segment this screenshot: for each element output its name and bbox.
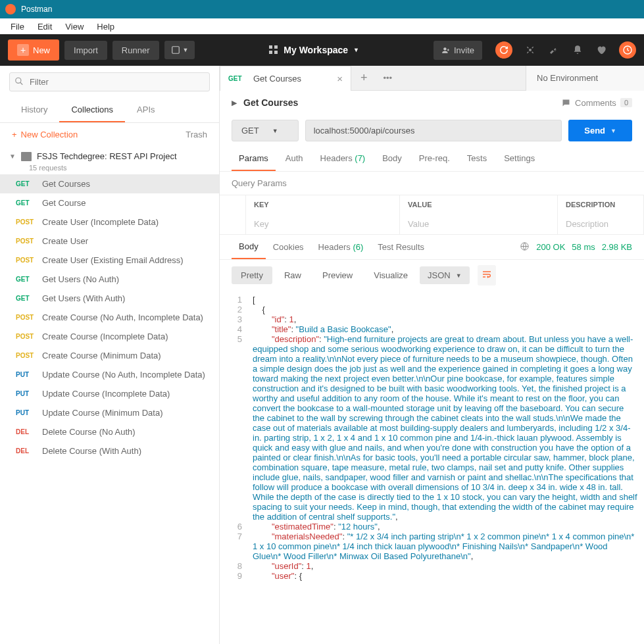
format-selector[interactable]: JSON▼ xyxy=(420,266,470,284)
list-item[interactable]: POSTCreate Course (Incomplete Data) xyxy=(0,327,219,346)
tab-auth[interactable]: Auth xyxy=(278,147,310,171)
response-size: 2.98 KB xyxy=(602,242,632,252)
status-text: 200 OK xyxy=(536,242,565,252)
url-input[interactable]: localhost:5000/api/courses xyxy=(305,120,562,141)
list-item[interactable]: POSTCreate User xyxy=(0,232,219,251)
app-icon xyxy=(5,4,16,14)
top-toolbar: + New Import Runner ▼ My Workspace ▼ Inv… xyxy=(0,34,644,66)
bell-icon[interactable] xyxy=(572,44,583,56)
caret-down-icon: ▼ xyxy=(353,47,359,53)
tab-history[interactable]: History xyxy=(9,98,59,122)
view-options: Pretty Raw Preview Visualize JSON▼ xyxy=(220,260,644,291)
query-params-title: Query Params xyxy=(220,172,644,195)
value-input[interactable]: Value xyxy=(400,214,558,234)
sidebar-tabs: History Collections APIs xyxy=(0,98,219,123)
satellite-icon[interactable] xyxy=(524,44,536,56)
request-list: GETGet CoursesGETGet CoursePOSTCreate Us… xyxy=(0,174,219,460)
wrench-icon[interactable] xyxy=(548,44,560,56)
tab-headers[interactable]: Headers (7) xyxy=(313,147,373,171)
response-tabs: Body Cookies Headers (6) Test Results 20… xyxy=(220,235,644,260)
open-new-button[interactable]: ▼ xyxy=(164,41,195,59)
list-item[interactable]: GETGet Users (With Auth) xyxy=(0,289,219,308)
filter-input[interactable] xyxy=(9,72,210,91)
tab-tests[interactable]: Tests xyxy=(460,147,494,171)
request-tabs: Params Auth Headers (7) Body Pre-req. Te… xyxy=(220,147,644,172)
visualize-button[interactable]: Visualize xyxy=(364,266,417,284)
tab-resp-cookies[interactable]: Cookies xyxy=(266,235,311,259)
menu-file[interactable]: File xyxy=(4,20,31,34)
tab-settings[interactable]: Settings xyxy=(497,147,542,171)
grid-icon xyxy=(269,45,278,55)
wrap-lines-button[interactable] xyxy=(478,265,496,285)
import-button[interactable]: Import xyxy=(64,41,107,60)
list-item[interactable]: PUTUpdate Course (No Auth, Incomplete Da… xyxy=(0,365,219,384)
list-item[interactable]: POSTCreate User (Incomplete Data) xyxy=(0,212,219,232)
tab-collections[interactable]: Collections xyxy=(59,98,125,122)
menu-bar: File Edit View Help xyxy=(0,18,644,34)
sidebar: History Collections APIs + New Collectio… xyxy=(0,66,220,644)
list-item[interactable]: PUTUpdate Course (Incomplete Data) xyxy=(0,384,219,403)
request-tab[interactable]: GET Get Courses × xyxy=(220,66,351,91)
preview-button[interactable]: Preview xyxy=(313,266,362,284)
list-item[interactable]: PUTUpdate Course (Minimum Data) xyxy=(0,403,219,422)
raw-button[interactable]: Raw xyxy=(275,266,310,284)
menu-edit[interactable]: Edit xyxy=(31,20,59,34)
tab-more-button[interactable]: ••• xyxy=(377,73,399,83)
comments-button[interactable]: Comments 0 xyxy=(561,98,632,108)
sync-icon[interactable] xyxy=(495,41,512,59)
workspace-selector[interactable]: My Workspace ▼ xyxy=(269,45,359,55)
chevron-right-icon[interactable]: ▶ xyxy=(232,99,237,107)
tab-prereq[interactable]: Pre-req. xyxy=(412,147,457,171)
expand-icon: ▼ xyxy=(9,153,16,160)
tab-add-button[interactable]: + xyxy=(351,71,377,85)
svg-point-1 xyxy=(443,47,446,50)
list-item[interactable]: GETGet Course xyxy=(0,193,219,212)
new-button[interactable]: + New xyxy=(8,39,59,61)
svg-rect-0 xyxy=(172,47,179,54)
caret-down-icon: ▼ xyxy=(610,128,616,134)
avatar[interactable] xyxy=(619,41,636,59)
response-body[interactable]: 1[2 {3 "id": 1,4 "title": "Build a Basic… xyxy=(220,291,644,644)
tab-params[interactable]: Params xyxy=(232,147,276,171)
environment-selector[interactable]: No Environment xyxy=(526,66,644,91)
menu-view[interactable]: View xyxy=(59,20,90,34)
svg-point-2 xyxy=(529,49,532,51)
response-time: 58 ms xyxy=(572,242,595,252)
method-selector[interactable]: GET ▼ xyxy=(232,120,299,141)
list-item[interactable]: POSTCreate Course (Minimum Data) xyxy=(0,346,219,365)
list-item[interactable]: GETGet Users (No Auth) xyxy=(0,270,219,289)
key-input[interactable]: Key xyxy=(246,214,400,234)
globe-icon[interactable] xyxy=(520,241,530,253)
content-area: GET Get Courses × + ••• No Environment ▶… xyxy=(220,66,644,644)
app-title: Postman xyxy=(21,5,52,14)
list-item[interactable]: POSTCreate User (Existing Email Address) xyxy=(0,251,219,270)
person-add-icon xyxy=(441,46,450,55)
invite-button[interactable]: Invite xyxy=(433,41,482,60)
list-item[interactable]: GETGet Courses xyxy=(0,174,219,193)
list-item[interactable]: DELDelete Course (No Auth) xyxy=(0,422,219,441)
tab-resp-headers[interactable]: Headers (6) xyxy=(311,235,371,259)
window-icon xyxy=(171,45,180,55)
heart-icon[interactable] xyxy=(595,44,607,56)
tab-resp-test[interactable]: Test Results xyxy=(370,235,432,259)
menu-help[interactable]: Help xyxy=(90,20,121,34)
tab-apis[interactable]: APIs xyxy=(125,98,166,122)
window-title-bar: Postman xyxy=(0,0,644,18)
runner-button[interactable]: Runner xyxy=(112,41,159,60)
caret-down-icon: ▼ xyxy=(272,128,278,134)
list-item[interactable]: POSTCreate Course (No Auth, Incomplete D… xyxy=(0,308,219,327)
plus-icon: + xyxy=(12,130,17,139)
close-icon[interactable]: × xyxy=(337,73,343,84)
new-collection-button[interactable]: + New Collection xyxy=(12,130,78,139)
request-title: Get Courses xyxy=(243,97,298,108)
send-button[interactable]: Send ▼ xyxy=(568,120,632,141)
list-item[interactable]: DELDelete Course (With Auth) xyxy=(0,441,219,460)
tab-resp-body[interactable]: Body xyxy=(232,235,266,259)
collection-name: FSJS Techdegree: REST API Project xyxy=(37,151,177,161)
pretty-button[interactable]: Pretty xyxy=(232,266,272,284)
desc-input[interactable]: Description xyxy=(558,214,644,234)
tab-body[interactable]: Body xyxy=(375,147,409,171)
trash-link[interactable]: Trash xyxy=(186,130,207,139)
collection-subtitle: 15 requests xyxy=(0,164,219,172)
col-value: VALUE xyxy=(400,195,558,214)
